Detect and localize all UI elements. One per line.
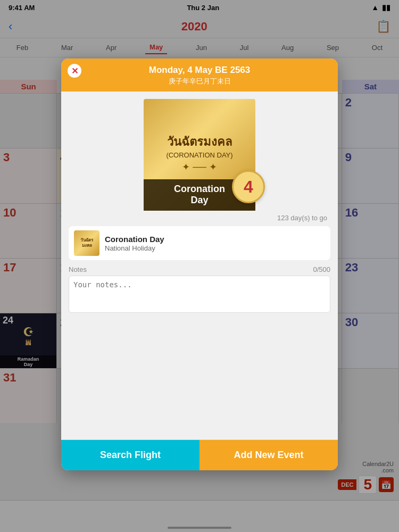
notes-header: Notes 0/500 [69,265,330,273]
event-name: Coronation Day [105,235,325,244]
hero-ornament: ✦ ── ✦ [182,161,217,173]
hero-date-circle: 4 [232,170,265,203]
hero-bar-line2: Day [190,195,208,205]
hero-thai-text: วันฉัตรมงคล [167,135,232,150]
notes-counter: 0/500 [313,265,330,273]
search-flight-button[interactable]: Search Flight [61,440,200,470]
modal-spacer [61,317,338,439]
hero-eng-text: (CORONATION DAY) [166,151,232,159]
notes-section: Notes 0/500 [69,265,330,315]
modal-close-button[interactable]: ✕ [68,64,81,78]
hero-bar-line1: Coronation [174,184,225,194]
hero-image-container: วันฉัตรมงคล (CORONATION DAY) ✦ ── ✦ Coro… [144,99,255,211]
event-modal: ✕ Monday, 4 May BE 2563 庚子年辛巳月丁未日 วันฉัต… [61,59,338,470]
notes-textarea[interactable] [69,276,330,313]
notes-label: Notes [69,265,87,273]
modal-overlay: ✕ Monday, 4 May BE 2563 庚子年辛巳月丁未日 วันฉัต… [0,0,399,532]
modal-buttons: Search Flight Add New Event [61,439,338,470]
modal-header: ✕ Monday, 4 May BE 2563 庚子年辛巳月丁未日 [61,59,338,92]
modal-header-sub: 庚子年辛巳月丁未日 [70,77,329,86]
event-thumbnail: วันฉัตรมงคล [74,230,99,256]
event-info: Coronation Day National Holiday [105,235,325,252]
modal-hero-section: วันฉัตรมงคล (CORONATION DAY) ✦ ── ✦ Coro… [61,92,338,211]
event-row[interactable]: วันฉัตรมงคล Coronation Day National Holi… [69,226,330,260]
event-type: National Holiday [105,244,325,252]
days-to-go: 123 day(s) to go [61,211,338,224]
modal-header-title: Monday, 4 May BE 2563 [70,65,329,76]
add-new-event-button[interactable]: Add New Event [200,440,338,470]
